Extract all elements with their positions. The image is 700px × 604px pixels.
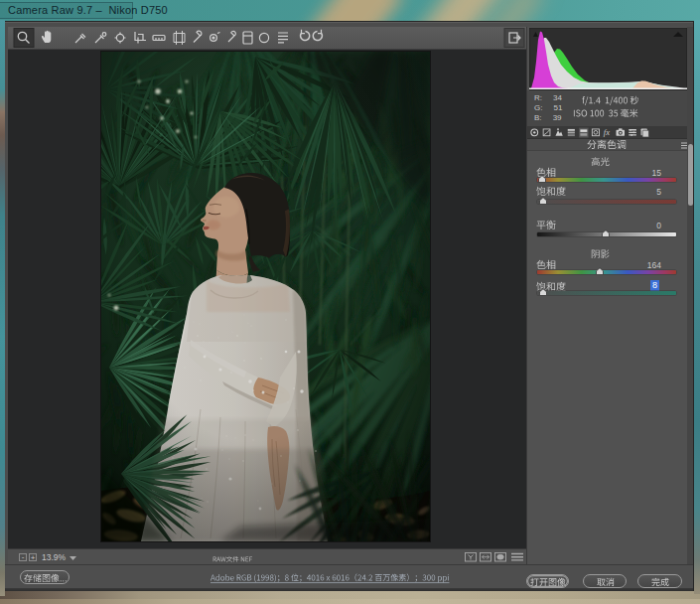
svg-text:fx: fx: [604, 127, 610, 137]
